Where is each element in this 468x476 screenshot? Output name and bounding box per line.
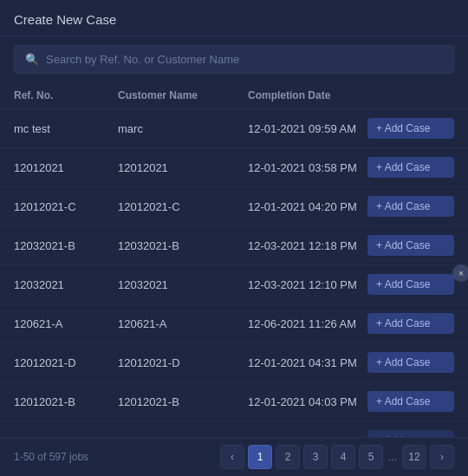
add-case-button[interactable]: + Add Case (367, 274, 454, 295)
cell-ref: 12012021-C (14, 200, 118, 213)
search-bar[interactable]: 🔍 (14, 45, 454, 74)
table-row: 12012021-B 12012021-B 12-01-2021 04:03 P… (0, 382, 468, 421)
add-case-button[interactable]: + Add Case (367, 196, 454, 217)
last-page-button[interactable]: 12 (402, 445, 426, 469)
table-row: 120621-A 120621-A 12-06-2021 11:26 AM + … (0, 304, 468, 343)
table-row: 12012021-D 12012021-D 12-01-2021 04:31 P… (0, 343, 468, 382)
cell-customer: 12012021-C (118, 200, 248, 213)
cell-date: 12-03-2021 12:18 PM (248, 239, 367, 252)
search-icon: 🔍 (25, 53, 39, 66)
table-row: 120621-A D 12-06-2021 11:59 PM + Add (0, 421, 468, 437)
header: Create New Case (0, 0, 468, 36)
cell-date: 12-01-2021 09:59 AM (248, 122, 367, 135)
cell-customer: marc (118, 122, 248, 135)
add-case-button[interactable]: + Add Case (367, 157, 454, 178)
pagination: 1-50 of 597 jobs ‹ 1 2 3 4 5 ... 12 › (0, 437, 468, 476)
table-row: 12032021-B 12032021-B 12-03-2021 12:18 P… (0, 226, 468, 265)
add-case-button[interactable]: + Add Case (367, 313, 454, 334)
col-date: Completion Date (248, 89, 367, 101)
cell-date: 12-01-2021 04:03 PM (248, 395, 367, 408)
cell-customer: 12012021 (118, 161, 248, 174)
table-row: mc test marc 12-01-2021 09:59 AM + Add C… (0, 109, 468, 148)
cell-customer: 120621-A (118, 317, 248, 330)
cell-date: 12-06-2021 11:59 PM (248, 434, 367, 438)
cell-ref: 12012021-B (14, 395, 118, 408)
cell-customer: 12012021-B (118, 395, 248, 408)
cell-ref: 120621-A (14, 434, 118, 438)
page-title: Create New Case (14, 12, 116, 27)
search-input[interactable] (46, 53, 443, 66)
cell-customer: D (118, 434, 248, 438)
cell-ref: 12012021 (14, 161, 118, 174)
pagination-controls: ‹ 1 2 3 4 5 ... 12 › (220, 445, 454, 469)
add-case-button[interactable]: + Add Case (367, 352, 454, 373)
col-customer: Customer Name (118, 89, 248, 101)
table-row: 12012021 12012021 12-01-2021 03:58 PM + … (0, 148, 468, 187)
prev-button[interactable]: ‹ (220, 445, 244, 469)
page-5-button[interactable]: 5 (359, 445, 383, 469)
add-case-button[interactable]: + Add Case (367, 118, 454, 139)
table-header: Ref. No. Customer Name Completion Date (0, 82, 468, 109)
cell-customer: 12032021-B (118, 239, 248, 252)
main-container: Create New Case 🔍 Ref. No. Customer Name… (0, 0, 468, 476)
cell-date: 12-01-2021 04:31 PM (248, 356, 367, 369)
cell-ref: 12032021-B (14, 239, 118, 252)
cell-date: 12-06-2021 11:26 AM (248, 317, 367, 330)
cell-date: 12-03-2021 12:10 PM (248, 278, 367, 291)
close-button[interactable]: × (452, 264, 468, 282)
cell-customer: 12012021-D (118, 356, 248, 369)
cell-ref: 120621-A (14, 317, 118, 330)
table-row: 12012021-C 12012021-C 12-01-2021 04:20 P… (0, 187, 468, 226)
add-case-button[interactable]: + Add Case (367, 235, 454, 256)
page-3-button[interactable]: 3 (303, 445, 328, 469)
cell-date: 12-01-2021 04:20 PM (248, 200, 367, 213)
page-dots: ... (387, 451, 399, 463)
page-2-button[interactable]: 2 (276, 445, 300, 469)
col-action (367, 89, 454, 101)
page-1-button[interactable]: 1 (248, 445, 272, 469)
table-row: 12032021 12032021 12-03-2021 12:10 PM + … (0, 265, 468, 304)
table-body-wrap: mc test marc 12-01-2021 09:59 AM + Add C… (0, 109, 468, 437)
cell-ref: 12012021-D (14, 356, 118, 369)
cell-date: 12-01-2021 03:58 PM (248, 161, 367, 174)
add-case-button[interactable]: + Add (367, 430, 454, 437)
pagination-info: 1-50 of 597 jobs (14, 451, 88, 463)
cell-ref: mc test (14, 122, 118, 135)
table-body: mc test marc 12-01-2021 09:59 AM + Add C… (0, 109, 468, 437)
cell-ref: 12032021 (14, 278, 118, 291)
next-button[interactable]: › (430, 445, 454, 469)
col-ref: Ref. No. (14, 89, 118, 101)
cell-customer: 12032021 (118, 278, 248, 291)
add-case-button[interactable]: + Add Case (367, 391, 454, 412)
page-4-button[interactable]: 4 (331, 445, 355, 469)
